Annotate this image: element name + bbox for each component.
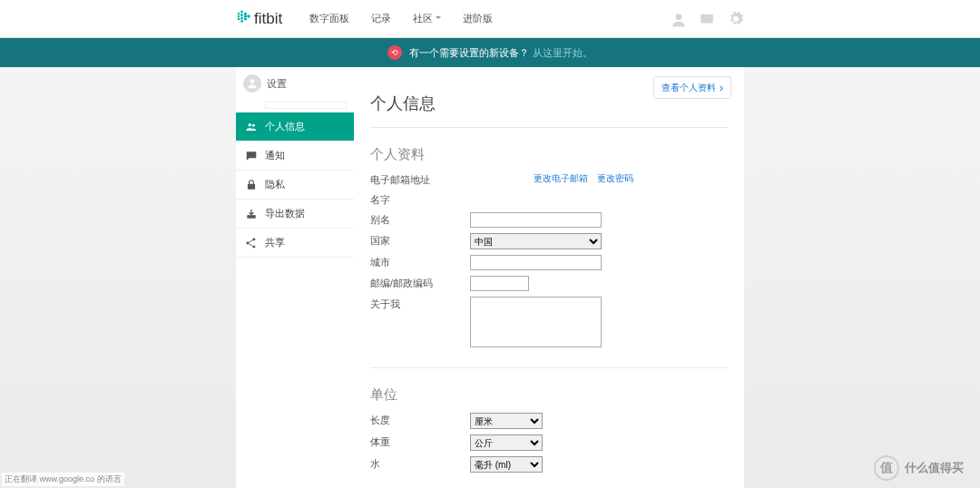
chat-icon: [245, 150, 258, 162]
nav-community[interactable]: 社区: [413, 12, 441, 25]
select-length[interactable]: 厘米: [470, 413, 543, 429]
svg-point-8: [244, 15, 247, 17]
input-city[interactable]: [470, 255, 602, 270]
sidebar-item-privacy[interactable]: 隐私: [236, 171, 354, 200]
main-content: 查看个人资料 个人信息 个人资料 电子邮箱地址 更改电子邮箱 更改密码 名字 别…: [354, 67, 744, 488]
status-bar-text: 正在翻译 www.google.co 的语言: [2, 473, 124, 486]
sidebar-item-export[interactable]: 导出数据: [236, 200, 354, 229]
logo-dots-icon: [236, 9, 250, 28]
svg-point-7: [244, 12, 247, 15]
header-actions: [670, 11, 744, 27]
sidebar-item-label: 共享: [265, 236, 285, 249]
svg-point-10: [247, 15, 250, 18]
svg-point-9: [244, 17, 247, 20]
nav-log[interactable]: 记录: [371, 12, 391, 25]
select-weight[interactable]: 公斤: [470, 434, 543, 451]
section-title-profile: 个人资料: [370, 146, 728, 163]
svg-point-6: [240, 20, 243, 23]
lock-icon: [245, 179, 258, 191]
nav-dashboard[interactable]: 数字面板: [309, 12, 349, 25]
messages-icon[interactable]: [699, 11, 715, 27]
section-profile: 个人资料 电子邮箱地址 更改电子邮箱 更改密码 名字 别名 国家 中国 城市: [370, 146, 728, 368]
brand-text: fitbit: [254, 10, 282, 28]
divider: [370, 367, 728, 368]
svg-point-19: [252, 238, 255, 240]
label-length: 长度: [370, 413, 470, 427]
label-name: 名字: [370, 192, 470, 207]
nav-premium[interactable]: 进阶版: [463, 12, 493, 25]
svg-point-13: [250, 79, 255, 83]
alert-icon: ⟲: [387, 45, 402, 60]
section-units: 单位 长度 厘米 体重 公斤 水 毫升 (ml): [370, 386, 728, 488]
svg-point-3: [240, 11, 243, 14]
sidebar: 设置 个人信息 通知 隐私 导出数据 共享: [236, 67, 354, 488]
section-title-units: 单位: [370, 386, 728, 404]
label-about: 关于我: [370, 297, 470, 311]
label-email: 电子邮箱地址: [370, 172, 470, 187]
sidebar-item-label: 通知: [265, 149, 285, 162]
svg-point-14: [249, 122, 252, 126]
sidebar-item-personal[interactable]: 个人信息: [236, 112, 354, 142]
people-icon: [245, 121, 258, 133]
brand-logo[interactable]: fitbit: [236, 9, 282, 28]
input-nickname[interactable]: [470, 212, 602, 228]
svg-point-11: [676, 14, 682, 20]
export-icon: [245, 208, 258, 220]
view-profile-button[interactable]: 查看个人资料: [653, 76, 731, 99]
user-settings-label: 设置: [267, 77, 287, 91]
alert-link[interactable]: 从这里开始。: [533, 46, 593, 60]
input-postal[interactable]: [470, 276, 529, 291]
sidebar-item-label: 个人信息: [265, 120, 305, 133]
link-change-email[interactable]: 更改电子邮箱: [534, 172, 588, 185]
label-nickname: 别名: [370, 212, 470, 227]
watermark: 值 什么值得买: [874, 455, 964, 481]
textarea-about[interactable]: [470, 297, 602, 347]
svg-point-15: [252, 123, 255, 126]
label-postal: 邮编/邮政编码: [370, 276, 470, 290]
select-country[interactable]: 中国: [470, 233, 602, 249]
svg-rect-12: [701, 14, 713, 23]
select-water[interactable]: 毫升 (ml): [470, 456, 543, 473]
watermark-badge: 值: [874, 455, 899, 481]
svg-rect-17: [247, 215, 255, 219]
sidebar-item-label: 隐私: [265, 178, 285, 191]
svg-rect-16: [248, 183, 255, 189]
label-city: 城市: [370, 255, 470, 269]
label-water: 水: [370, 456, 470, 471]
sidebar-item-notify[interactable]: 通知: [236, 142, 354, 171]
profile-icon[interactable]: [670, 11, 686, 27]
sidebar-item-share[interactable]: 共享: [236, 229, 354, 258]
main-container: 设置 个人信息 通知 隐私 导出数据 共享 查看个人资料 个人信息 个人资料: [236, 67, 744, 488]
alert-text: 有一个需要设置的新设备？: [409, 46, 529, 60]
avatar-icon: [243, 74, 261, 93]
svg-point-0: [238, 13, 240, 15]
svg-point-18: [246, 241, 249, 244]
sidebar-user: 设置: [236, 67, 354, 100]
link-change-password[interactable]: 更改密码: [597, 172, 633, 185]
svg-point-2: [238, 18, 240, 21]
user-name-bar: [265, 102, 347, 109]
svg-point-1: [238, 15, 240, 18]
watermark-text: 什么值得买: [905, 460, 964, 476]
svg-point-5: [240, 17, 243, 20]
label-weight: 体重: [370, 434, 470, 449]
svg-point-20: [252, 245, 255, 248]
share-icon: [245, 237, 258, 249]
label-country: 国家: [370, 233, 470, 248]
alert-banner: ⟲ 有一个需要设置的新设备？ 从这里开始。: [0, 38, 980, 67]
sidebar-item-label: 导出数据: [265, 207, 305, 220]
gear-icon[interactable]: [728, 11, 744, 27]
svg-point-4: [240, 14, 243, 16]
top-header: fitbit 数字面板 记录 社区 进阶版: [0, 0, 980, 38]
